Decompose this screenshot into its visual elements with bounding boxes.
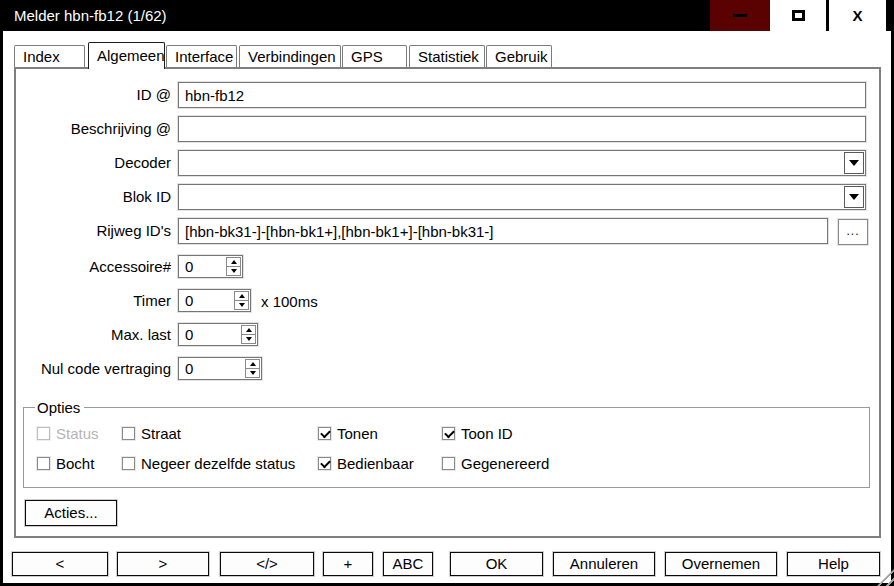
max-last-label: Max. last — [3, 327, 171, 343]
bocht-checkbox-box — [37, 457, 50, 470]
tab-statistiek[interactable]: Statistiek — [409, 45, 485, 67]
checkbox-straat[interactable]: Straat — [122, 425, 181, 442]
window-title: Melder hbn-fb12 (1/62) — [14, 0, 167, 31]
max-last-value: 0 — [185, 326, 193, 343]
negeer-checkbox-box — [122, 457, 135, 470]
accessoire-spinner[interactable]: 0 — [178, 255, 243, 278]
triangle-up-icon — [239, 294, 245, 298]
tab-verbindingen[interactable]: Verbindingen — [239, 45, 341, 67]
triangle-down-icon — [231, 269, 237, 273]
nul-code-value: 0 — [185, 360, 193, 377]
timer-unit-label: x 100ms — [261, 293, 318, 310]
decoder-combobox[interactable] — [178, 150, 866, 176]
checkbox-label: Tonen — [337, 425, 378, 442]
add-button[interactable]: + — [323, 552, 373, 576]
checkbox-bocht[interactable]: Bocht — [37, 455, 94, 472]
maximize-button[interactable] — [770, 0, 826, 31]
id-input[interactable] — [178, 82, 866, 108]
checkbox-label: Bedienbaar — [337, 455, 414, 472]
ok-button[interactable]: OK — [450, 552, 543, 576]
accessoire-value: 0 — [185, 258, 193, 275]
close-button[interactable]: X — [829, 0, 886, 31]
accessoire-label: Accessoire# — [3, 259, 171, 275]
decoder-label: Decoder — [3, 155, 171, 171]
tab-index[interactable]: Index — [14, 45, 85, 67]
opties-group-title: Opties — [35, 399, 84, 416]
checkbox-label: Bocht — [56, 455, 94, 472]
timer-label: Timer — [3, 293, 171, 309]
checkbox-label: Toon ID — [461, 425, 513, 442]
minimize-button[interactable] — [710, 0, 770, 31]
straat-checkbox-box — [122, 427, 135, 440]
beschrijving-label: Beschrijving @ — [3, 121, 171, 137]
acties-button[interactable]: Acties... — [25, 500, 117, 526]
rijweg-browse-button[interactable]: ... — [838, 219, 868, 245]
decoder-dropdown-button[interactable] — [844, 152, 864, 174]
blok-id-label: Blok ID — [3, 189, 171, 205]
tab-gebruik[interactable]: Gebruik — [486, 45, 552, 67]
melder-dialog-window: Melder hbn-fb12 (1/62) X Index Algemeen … — [0, 0, 894, 586]
annuleren-button[interactable]: Annuleren — [553, 552, 655, 576]
checkbox-gegenereerd[interactable]: Gegenereerd — [442, 455, 549, 472]
nav-next-button[interactable]: > — [117, 552, 209, 576]
triangle-up-icon — [231, 260, 237, 264]
minimize-icon — [733, 14, 747, 17]
checkbox-label: Negeer dezelfde status — [141, 455, 295, 472]
checkbox-negeer-dezelfde-status[interactable]: Negeer dezelfde status — [122, 455, 295, 472]
timer-spinner[interactable]: 0 — [178, 289, 251, 312]
abc-button[interactable]: ABC — [383, 552, 433, 576]
rijweg-label: Rijweg ID's — [3, 223, 171, 239]
spinner-down-button[interactable] — [226, 266, 241, 276]
toon-id-checkbox-box — [442, 427, 455, 440]
triangle-down-icon — [246, 337, 252, 341]
status-checkbox-box — [37, 427, 50, 440]
checkbox-status[interactable]: Status — [37, 425, 99, 442]
beschrijving-input[interactable] — [178, 116, 866, 142]
tab-algemeen[interactable]: Algemeen — [88, 42, 165, 69]
triangle-up-icon — [250, 362, 256, 366]
nul-code-label: Nul code vertraging — [3, 361, 171, 377]
spinner-down-button[interactable] — [241, 334, 256, 344]
titlebar[interactable]: Melder hbn-fb12 (1/62) X — [0, 0, 894, 31]
opties-groupbox: Opties — [23, 407, 870, 488]
tonen-checkbox-box — [318, 427, 331, 440]
checkbox-toon-id[interactable]: Toon ID — [442, 425, 513, 442]
triangle-down-icon — [239, 303, 245, 307]
checkbox-bedienbaar[interactable]: Bedienbaar — [318, 455, 414, 472]
spinner-down-button[interactable] — [245, 368, 260, 378]
triangle-down-icon — [250, 371, 256, 375]
id-label: ID @ — [3, 87, 171, 103]
triangle-up-icon — [246, 328, 252, 332]
spinner-down-button[interactable] — [234, 300, 249, 310]
checkbox-label: Status — [56, 425, 99, 442]
blok-id-dropdown-button[interactable] — [844, 186, 864, 208]
chevron-down-icon — [849, 194, 859, 200]
dialog-body: Index Algemeen Interface Verbindingen GP… — [3, 31, 891, 583]
checkbox-tonen[interactable]: Tonen — [318, 425, 378, 442]
gegenereerd-checkbox-box — [442, 457, 455, 470]
rijweg-input[interactable] — [178, 218, 828, 244]
tab-interface[interactable]: Interface — [166, 45, 237, 67]
nul-code-spinner[interactable]: 0 — [178, 357, 262, 380]
overnemen-button[interactable]: Overnemen — [665, 552, 777, 576]
timer-value: 0 — [185, 292, 193, 309]
checkbox-label: Straat — [141, 425, 181, 442]
maximize-icon — [792, 10, 805, 21]
tab-gps[interactable]: GPS — [342, 45, 407, 67]
max-last-spinner[interactable]: 0 — [178, 323, 258, 346]
checkbox-label: Gegenereerd — [461, 455, 549, 472]
blok-id-combobox[interactable] — [178, 184, 866, 210]
chevron-down-icon — [849, 160, 859, 166]
bedienbaar-checkbox-box — [318, 457, 331, 470]
nav-prev-button[interactable]: < — [12, 552, 108, 576]
close-icon: X — [852, 7, 862, 24]
code-view-button[interactable]: </> — [220, 552, 314, 576]
help-button[interactable]: Help — [787, 552, 880, 576]
